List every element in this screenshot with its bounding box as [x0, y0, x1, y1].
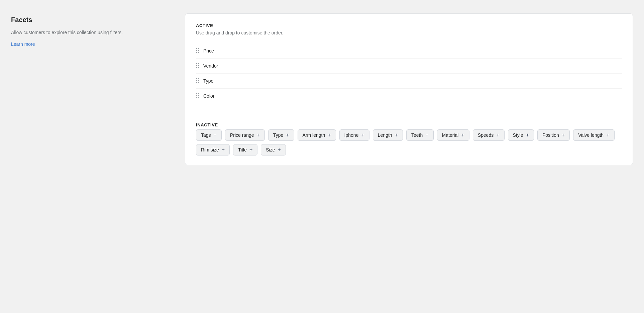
inactive-chip[interactable]: Title+: [233, 144, 257, 155]
active-item-label: Type: [203, 78, 213, 84]
chip-label: Position: [542, 132, 559, 138]
inactive-chip[interactable]: Iphone+: [339, 129, 369, 141]
chip-label: Length: [378, 132, 392, 138]
learn-more-link[interactable]: Learn more: [11, 41, 35, 47]
inactive-section: INACTIVE Tags+Price range+Type+Arm lengt…: [185, 113, 633, 165]
inactive-chip[interactable]: Material+: [437, 129, 469, 141]
drag-handle-icon: [196, 63, 199, 69]
plus-icon: +: [395, 132, 398, 138]
plus-icon: +: [562, 132, 565, 138]
plus-icon: +: [526, 132, 529, 138]
plus-icon: +: [361, 132, 364, 138]
chip-label: Arm length: [303, 132, 325, 138]
chip-label: Style: [513, 132, 523, 138]
sidebar-title: Facets: [11, 16, 172, 24]
plus-icon: +: [278, 147, 281, 152]
active-item-label: Vendor: [203, 63, 218, 69]
active-list-item[interactable]: Vendor: [196, 59, 622, 74]
active-section: ACTIVE Use drag and drop to customise th…: [185, 14, 633, 113]
chip-label: Tags: [201, 132, 211, 138]
plus-icon: +: [461, 132, 464, 138]
drag-handle-icon: [196, 93, 199, 99]
chip-label: Material: [442, 132, 459, 138]
active-list-item[interactable]: Price: [196, 43, 622, 59]
active-heading: ACTIVE: [196, 23, 622, 28]
active-list: PriceVendorTypeColor: [196, 43, 622, 103]
facets-card: ACTIVE Use drag and drop to customise th…: [185, 13, 633, 165]
chip-label: Teeth: [411, 132, 423, 138]
active-list-item[interactable]: Color: [196, 89, 622, 103]
chip-label: Iphone: [344, 132, 359, 138]
inactive-chip[interactable]: Arm length+: [298, 129, 336, 141]
plus-icon: +: [286, 132, 289, 138]
inactive-chip[interactable]: Size+: [261, 144, 286, 155]
plus-icon: +: [496, 132, 499, 138]
inactive-chip[interactable]: Type+: [268, 129, 294, 141]
sidebar: Facets Allow customers to explore this c…: [11, 13, 172, 165]
chip-label: Price range: [230, 132, 254, 138]
chip-label: Rim size: [201, 147, 219, 152]
plus-icon: +: [222, 147, 225, 152]
inactive-chips-container: Tags+Price range+Type+Arm length+Iphone+…: [196, 129, 622, 155]
drag-handle-icon: [196, 78, 199, 84]
plus-icon: +: [328, 132, 331, 138]
chip-label: Title: [238, 147, 247, 152]
plus-icon: +: [425, 132, 428, 138]
inactive-chip[interactable]: Teeth+: [406, 129, 434, 141]
inactive-chip[interactable]: Speeds+: [473, 129, 505, 141]
chip-label: Speeds: [478, 132, 494, 138]
page-layout: Facets Allow customers to explore this c…: [11, 13, 633, 165]
inactive-chip[interactable]: Price range+: [225, 129, 265, 141]
main-content: ACTIVE Use drag and drop to customise th…: [185, 13, 633, 165]
active-item-label: Price: [203, 48, 214, 54]
active-subtext: Use drag and drop to customise the order…: [196, 30, 622, 35]
inactive-chip[interactable]: Position+: [537, 129, 570, 141]
chip-label: Valve length: [578, 132, 604, 138]
active-list-item[interactable]: Type: [196, 74, 622, 89]
plus-icon: +: [606, 132, 609, 138]
inactive-chip[interactable]: Style+: [508, 129, 534, 141]
sidebar-description: Allow customers to explore this collecti…: [11, 29, 172, 36]
plus-icon: +: [257, 132, 260, 138]
chip-label: Size: [266, 147, 275, 152]
inactive-chip[interactable]: Valve length+: [573, 129, 614, 141]
plus-icon: +: [214, 132, 217, 138]
active-item-label: Color: [203, 93, 214, 99]
plus-icon: +: [249, 147, 252, 152]
inactive-heading: INACTIVE: [196, 122, 622, 127]
inactive-chip[interactable]: Tags+: [196, 129, 222, 141]
inactive-chip[interactable]: Rim size+: [196, 144, 230, 155]
drag-handle-icon: [196, 48, 199, 54]
chip-label: Type: [273, 132, 283, 138]
inactive-chip[interactable]: Length+: [373, 129, 403, 141]
